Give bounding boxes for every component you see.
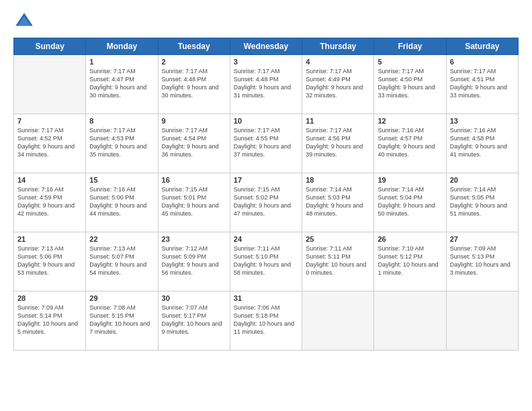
day-number: 21 — [17, 235, 82, 243]
day-cell: 5Sunrise: 7:17 AMSunset: 4:50 PMDaylight… — [374, 55, 446, 114]
day-number: 10 — [234, 117, 298, 125]
day-info: Sunrise: 7:08 AMSunset: 5:15 PMDaylight:… — [89, 304, 154, 336]
day-info: Sunrise: 7:17 AMSunset: 4:48 PMDaylight:… — [162, 67, 226, 100]
day-number: 17 — [234, 176, 298, 184]
day-info: Sunrise: 7:17 AMSunset: 4:55 PMDaylight:… — [234, 126, 298, 159]
day-cell: 12Sunrise: 7:16 AMSunset: 4:57 PMDayligh… — [374, 114, 446, 173]
day-number: 5 — [378, 58, 442, 66]
day-number: 4 — [306, 58, 370, 66]
day-cell: 19Sunrise: 7:14 AMSunset: 5:04 PMDayligh… — [374, 173, 446, 232]
day-number: 24 — [234, 235, 298, 243]
day-header-tuesday: Tuesday — [158, 38, 230, 55]
day-info: Sunrise: 7:09 AMSunset: 5:14 PMDaylight:… — [17, 304, 82, 336]
day-number: 29 — [89, 294, 154, 302]
day-number: 12 — [378, 117, 442, 125]
day-info: Sunrise: 7:09 AMSunset: 5:13 PMDaylight:… — [450, 244, 515, 277]
day-number: 11 — [306, 117, 370, 125]
day-info: Sunrise: 7:17 AMSunset: 4:49 PMDaylight:… — [306, 67, 370, 100]
day-info: Sunrise: 7:14 AMSunset: 5:04 PMDaylight:… — [378, 185, 442, 218]
day-number: 3 — [234, 58, 298, 66]
day-header-saturday: Saturday — [446, 38, 518, 55]
day-info: Sunrise: 7:15 AMSunset: 5:02 PMDaylight:… — [234, 185, 298, 218]
day-info: Sunrise: 7:11 AMSunset: 5:10 PMDaylight:… — [234, 244, 298, 277]
day-cell: 18Sunrise: 7:14 AMSunset: 5:03 PMDayligh… — [302, 173, 374, 232]
day-cell: 3Sunrise: 7:17 AMSunset: 4:48 PMDaylight… — [230, 55, 302, 114]
day-cell: 6Sunrise: 7:17 AMSunset: 4:51 PMDaylight… — [446, 55, 518, 114]
day-cell: 9Sunrise: 7:17 AMSunset: 4:54 PMDaylight… — [158, 114, 230, 173]
day-cell — [302, 291, 374, 351]
day-number: 8 — [89, 117, 154, 125]
day-info: Sunrise: 7:17 AMSunset: 4:50 PMDaylight:… — [378, 67, 442, 100]
day-number: 13 — [450, 117, 515, 125]
day-info: Sunrise: 7:12 AMSunset: 5:09 PMDaylight:… — [162, 244, 226, 277]
day-info: Sunrise: 7:17 AMSunset: 4:52 PMDaylight:… — [17, 126, 82, 159]
logo-icon — [13, 11, 35, 32]
day-cell: 1Sunrise: 7:17 AMSunset: 4:47 PMDaylight… — [86, 55, 158, 114]
day-number: 9 — [162, 117, 226, 125]
day-cell: 4Sunrise: 7:17 AMSunset: 4:49 PMDaylight… — [302, 55, 374, 114]
day-number: 2 — [162, 58, 226, 66]
day-cell: 13Sunrise: 7:16 AMSunset: 4:58 PMDayligh… — [446, 114, 518, 173]
calendar-table: SundayMondayTuesdayWednesdayThursdayFrid… — [13, 38, 519, 351]
week-row-4: 21Sunrise: 7:13 AMSunset: 5:06 PMDayligh… — [14, 232, 519, 291]
day-header-sunday: Sunday — [14, 38, 86, 55]
day-info: Sunrise: 7:07 AMSunset: 5:17 PMDaylight:… — [162, 304, 226, 336]
day-cell: 8Sunrise: 7:17 AMSunset: 4:53 PMDaylight… — [86, 114, 158, 173]
day-info: Sunrise: 7:15 AMSunset: 5:01 PMDaylight:… — [162, 185, 226, 218]
day-cell — [14, 55, 86, 114]
day-info: Sunrise: 7:17 AMSunset: 4:51 PMDaylight:… — [450, 67, 515, 100]
day-info: Sunrise: 7:14 AMSunset: 5:05 PMDaylight:… — [450, 185, 515, 218]
day-info: Sunrise: 7:17 AMSunset: 4:56 PMDaylight:… — [306, 126, 370, 159]
day-info: Sunrise: 7:17 AMSunset: 4:53 PMDaylight:… — [89, 126, 154, 159]
day-cell: 25Sunrise: 7:11 AMSunset: 5:11 PMDayligh… — [302, 232, 374, 291]
day-info: Sunrise: 7:06 AMSunset: 5:18 PMDaylight:… — [234, 304, 298, 336]
day-number: 23 — [162, 235, 226, 243]
day-number: 20 — [450, 176, 515, 184]
day-cell: 17Sunrise: 7:15 AMSunset: 5:02 PMDayligh… — [230, 173, 302, 232]
day-cell — [374, 291, 446, 351]
day-info: Sunrise: 7:14 AMSunset: 5:03 PMDaylight:… — [306, 185, 370, 218]
day-cell: 16Sunrise: 7:15 AMSunset: 5:01 PMDayligh… — [158, 173, 230, 232]
day-info: Sunrise: 7:17 AMSunset: 4:47 PMDaylight:… — [89, 67, 154, 100]
day-number: 25 — [306, 235, 370, 243]
day-info: Sunrise: 7:13 AMSunset: 5:06 PMDaylight:… — [17, 244, 82, 277]
day-number: 6 — [450, 58, 515, 66]
day-cell: 29Sunrise: 7:08 AMSunset: 5:15 PMDayligh… — [86, 291, 158, 351]
day-cell: 15Sunrise: 7:16 AMSunset: 5:00 PMDayligh… — [86, 173, 158, 232]
day-number: 22 — [89, 235, 154, 243]
day-info: Sunrise: 7:16 AMSunset: 4:57 PMDaylight:… — [378, 126, 442, 159]
day-header-wednesday: Wednesday — [230, 38, 302, 55]
day-number: 15 — [89, 176, 154, 184]
day-cell: 14Sunrise: 7:16 AMSunset: 4:59 PMDayligh… — [14, 173, 86, 232]
day-info: Sunrise: 7:17 AMSunset: 4:54 PMDaylight:… — [162, 126, 226, 159]
day-cell: 10Sunrise: 7:17 AMSunset: 4:55 PMDayligh… — [230, 114, 302, 173]
day-header-friday: Friday — [374, 38, 446, 55]
day-number: 14 — [17, 176, 82, 184]
day-cell: 2Sunrise: 7:17 AMSunset: 4:48 PMDaylight… — [158, 55, 230, 114]
day-number: 7 — [17, 117, 82, 125]
day-number: 31 — [234, 294, 298, 302]
day-cell: 24Sunrise: 7:11 AMSunset: 5:10 PMDayligh… — [230, 232, 302, 291]
day-info: Sunrise: 7:16 AMSunset: 4:58 PMDaylight:… — [450, 126, 515, 159]
day-number: 27 — [450, 235, 515, 243]
week-row-1: 1Sunrise: 7:17 AMSunset: 4:47 PMDaylight… — [14, 55, 519, 114]
day-cell — [446, 291, 518, 351]
day-cell: 22Sunrise: 7:13 AMSunset: 5:07 PMDayligh… — [86, 232, 158, 291]
day-cell: 26Sunrise: 7:10 AMSunset: 5:12 PMDayligh… — [374, 232, 446, 291]
day-number: 19 — [378, 176, 442, 184]
day-info: Sunrise: 7:16 AMSunset: 5:00 PMDaylight:… — [89, 185, 154, 218]
day-number: 16 — [162, 176, 226, 184]
week-row-5: 28Sunrise: 7:09 AMSunset: 5:14 PMDayligh… — [14, 291, 519, 351]
day-info: Sunrise: 7:10 AMSunset: 5:12 PMDaylight:… — [378, 244, 442, 277]
page: SundayMondayTuesdayWednesdayThursdayFrid… — [0, 0, 532, 411]
day-cell: 21Sunrise: 7:13 AMSunset: 5:06 PMDayligh… — [14, 232, 86, 291]
day-cell: 23Sunrise: 7:12 AMSunset: 5:09 PMDayligh… — [158, 232, 230, 291]
day-cell: 28Sunrise: 7:09 AMSunset: 5:14 PMDayligh… — [14, 291, 86, 351]
week-row-3: 14Sunrise: 7:16 AMSunset: 4:59 PMDayligh… — [14, 173, 519, 232]
day-info: Sunrise: 7:13 AMSunset: 5:07 PMDaylight:… — [89, 244, 154, 277]
day-header-thursday: Thursday — [302, 38, 374, 55]
day-info: Sunrise: 7:16 AMSunset: 4:59 PMDaylight:… — [17, 185, 82, 218]
header-row: SundayMondayTuesdayWednesdayThursdayFrid… — [14, 38, 519, 55]
day-number: 18 — [306, 176, 370, 184]
day-cell: 7Sunrise: 7:17 AMSunset: 4:52 PMDaylight… — [14, 114, 86, 173]
